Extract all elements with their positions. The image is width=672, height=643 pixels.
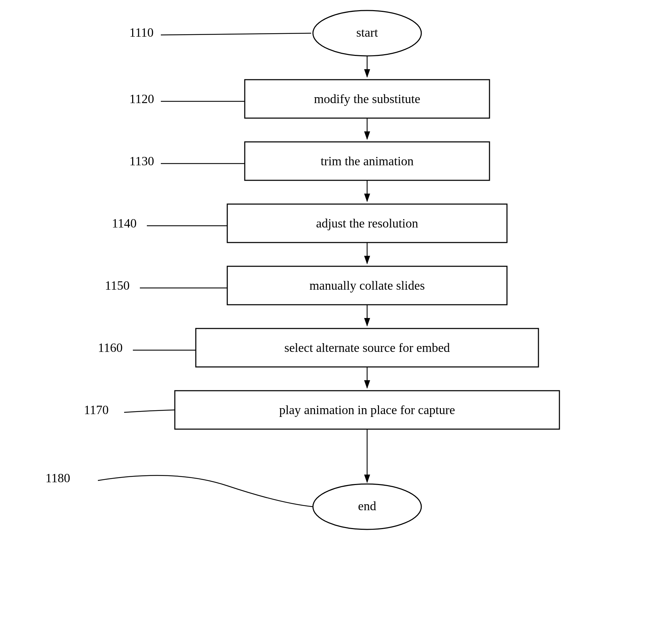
ref-1150: 1150 (105, 279, 130, 292)
step-1160-label: select alternate source for embed (284, 341, 450, 355)
step-1140-label: adjust the resolution (316, 216, 418, 230)
ref-1180: 1180 (45, 471, 70, 485)
ref-1120: 1120 (129, 92, 154, 106)
start-label: start (356, 26, 378, 39)
svg-line-1 (161, 33, 311, 35)
ref-1110: 1110 (129, 26, 153, 39)
ref-1130: 1130 (129, 154, 154, 168)
step-1150-label: manually collate slides (309, 279, 425, 292)
step-1120-label: modify the substitute (314, 92, 420, 106)
end-label: end (358, 499, 376, 513)
ref-1160: 1160 (98, 341, 123, 355)
ref-1140: 1140 (112, 216, 137, 230)
diagram-container: start 1110 modify the substitute 1120 tr… (0, 0, 672, 643)
step-1170-label: play animation in place for capture (279, 403, 455, 417)
step-1130-label: trim the animation (321, 154, 414, 168)
ref-1170: 1170 (84, 403, 109, 417)
